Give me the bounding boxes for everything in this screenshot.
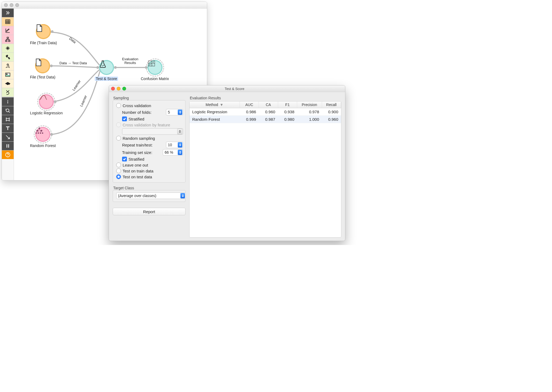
hierarchy-icon[interactable] xyxy=(2,35,14,44)
checkbox-stratified-2[interactable]: Stratified xyxy=(116,156,183,162)
stepper-icon[interactable] xyxy=(178,110,182,115)
svg-text:✗: ✗ xyxy=(149,64,151,66)
column-header[interactable]: Method▼ xyxy=(190,101,240,108)
radio-test-on-test[interactable]: Test on test data xyxy=(116,174,183,180)
matrix-icon: ✓✗ ✗• xyxy=(148,60,156,67)
row-training-size: Training set size: 66 % xyxy=(116,149,183,156)
svg-text:✓: ✓ xyxy=(149,61,151,63)
svg-text:±: ± xyxy=(5,108,7,111)
radio-cross-validation[interactable]: Cross validation xyxy=(116,103,183,108)
output-handle[interactable] xyxy=(50,65,53,67)
flask-icon xyxy=(99,60,107,68)
radio-icon xyxy=(116,136,121,141)
zoom-window-icon[interactable] xyxy=(122,87,126,91)
svg-point-36 xyxy=(42,133,43,134)
close-icon[interactable] xyxy=(111,87,115,91)
stepper-icon[interactable] xyxy=(178,150,182,155)
widget-label: Logistic Regression xyxy=(30,111,63,115)
text-icon[interactable] xyxy=(2,124,14,133)
info-icon[interactable] xyxy=(2,97,14,106)
widget-label: File (Test Data) xyxy=(30,75,55,79)
stepper-icon[interactable] xyxy=(178,142,182,148)
expand-icon[interactable] xyxy=(2,9,14,17)
row-repeat: Repeat train/test: 10 xyxy=(116,141,183,149)
column-header[interactable]: AUC xyxy=(240,101,259,108)
dna-icon[interactable] xyxy=(2,88,14,97)
chevrons-icon xyxy=(180,193,185,198)
column-header[interactable]: Recall xyxy=(322,101,341,108)
table-icon[interactable] xyxy=(2,17,14,26)
widget-label: Confusion Matrix xyxy=(141,77,169,81)
svg-point-33 xyxy=(36,133,37,134)
svg-point-9 xyxy=(8,29,9,30)
input-handle[interactable] xyxy=(96,66,99,69)
radio-random-sampling[interactable]: Random sampling xyxy=(116,135,183,141)
radio-icon xyxy=(116,168,121,173)
widget-random-forest[interactable]: Random Forest xyxy=(30,127,56,148)
hash-icon[interactable] xyxy=(2,115,14,124)
radio-icon xyxy=(116,163,121,167)
image-icon[interactable] xyxy=(2,70,14,79)
output-handle[interactable] xyxy=(54,100,56,103)
canvas-titlebar[interactable] xyxy=(2,2,207,9)
widget-confusion-matrix[interactable]: ✓✗ ✗• Confusion Matrix xyxy=(141,60,169,81)
widget-file-train[interactable]: File (Train Data) xyxy=(30,24,57,45)
output-handle[interactable] xyxy=(51,30,54,33)
widget-label: File (Train Data) xyxy=(30,41,57,45)
zoom-window-icon[interactable] xyxy=(15,3,19,7)
close-icon[interactable] xyxy=(4,3,8,7)
table-row[interactable]: Random Forest0.9990.9870.9801.0000.960 xyxy=(190,116,341,123)
widget-file-test[interactable]: File (Test Data) xyxy=(30,58,55,79)
column-header[interactable]: F1 xyxy=(278,101,297,108)
widget-logistic-regression[interactable]: Logistic Regression xyxy=(30,94,63,115)
output-handle[interactable] xyxy=(114,66,117,69)
svg-point-21 xyxy=(7,100,8,101)
arrow-icon[interactable] xyxy=(2,133,14,142)
column-header[interactable]: CA xyxy=(259,101,278,108)
minimize-icon[interactable] xyxy=(10,3,13,7)
edge-label-data-testdata: Data → Test Data xyxy=(59,61,87,65)
zoom-icon[interactable]: ± xyxy=(2,106,14,115)
table-row[interactable]: Logistic Regression0.9860.9600.9380.9780… xyxy=(190,108,341,116)
file-icon xyxy=(35,58,42,66)
input-handle[interactable] xyxy=(145,66,148,69)
sampling-panel: Cross validation Number of folds: 5 Stra… xyxy=(113,100,186,183)
pause-icon[interactable] xyxy=(2,142,14,150)
grid-icon[interactable] xyxy=(2,44,14,53)
svg-rect-11 xyxy=(6,40,7,42)
sigmoid-icon xyxy=(39,94,47,101)
checkbox-stratified-1[interactable]: Stratified xyxy=(116,116,183,122)
folds-stepper[interactable]: 5 xyxy=(166,109,183,115)
radio-test-on-train[interactable]: Test on train data xyxy=(116,168,183,174)
target-class-label: Target Class xyxy=(113,186,186,190)
window-controls[interactable] xyxy=(4,3,19,7)
worker-icon[interactable] xyxy=(2,62,14,70)
radio-leave-one-out[interactable]: Leave one out xyxy=(116,162,183,168)
category-toolbar[interactable]: ± xyxy=(2,9,14,180)
widget-test-score[interactable]: Test & Score xyxy=(95,60,118,81)
widget-label: Random Forest xyxy=(30,144,56,148)
report-button[interactable]: Report xyxy=(113,208,186,215)
window-controls[interactable] xyxy=(111,87,126,91)
cluster-icon[interactable] xyxy=(2,53,14,62)
target-class-select[interactable]: (Average over classes) xyxy=(116,193,186,199)
scatter-icon[interactable] xyxy=(2,26,14,35)
minimize-icon[interactable] xyxy=(117,87,120,91)
svg-rect-0 xyxy=(6,20,10,24)
output-handle[interactable] xyxy=(50,133,53,136)
sampling-label: Sampling xyxy=(113,96,186,100)
svg-text:•: • xyxy=(152,64,153,66)
help-icon[interactable] xyxy=(2,150,14,159)
column-header[interactable]: Precision xyxy=(297,101,322,108)
chevrons-icon xyxy=(177,129,182,134)
radio-icon xyxy=(116,103,121,108)
radio-icon xyxy=(116,174,121,179)
dialog-titlebar[interactable]: Test & Score xyxy=(109,85,345,92)
svg-point-38 xyxy=(103,65,104,66)
results-table-container: Method▼AUCCAF1PrecisionRecall Logistic R… xyxy=(189,101,341,238)
training-size-stepper[interactable]: 66 % xyxy=(163,149,183,156)
svg-rect-22 xyxy=(7,101,8,103)
results-table[interactable]: Method▼AUCCAF1PrecisionRecall Logistic R… xyxy=(190,101,341,123)
hat-icon[interactable] xyxy=(2,79,14,88)
repeat-stepper[interactable]: 10 xyxy=(166,142,183,148)
